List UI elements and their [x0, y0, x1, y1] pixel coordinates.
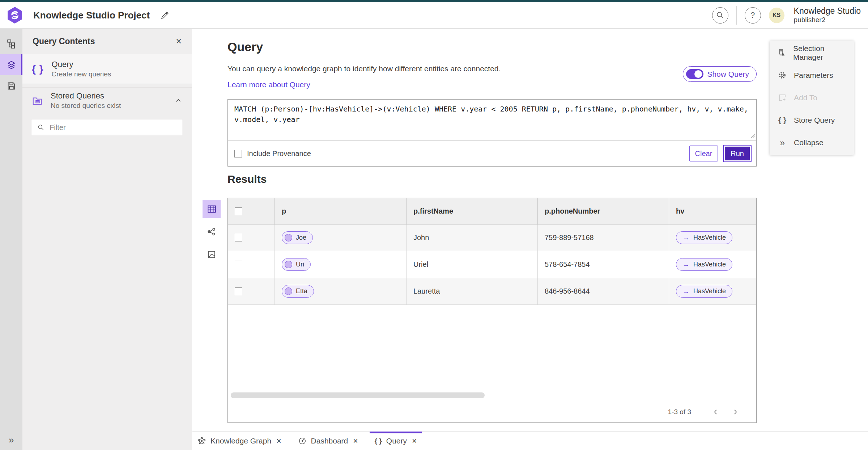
include-provenance-checkbox[interactable] — [234, 150, 242, 157]
username: publisher2 — [794, 16, 861, 24]
arrow-right-icon: → — [682, 234, 689, 242]
map-view-button[interactable] — [203, 245, 221, 264]
clear-button[interactable]: Clear — [689, 146, 718, 161]
tab-query[interactable]: { } Query × — [375, 432, 417, 450]
entity-chip[interactable]: Joe — [282, 231, 313, 244]
collapse-panel-button[interactable]: » Collapse — [770, 131, 854, 154]
show-query-label: Show Query — [707, 70, 749, 79]
learn-more-link[interactable]: Learn more about Query — [227, 80, 310, 89]
close-panel-button[interactable]: × — [176, 37, 182, 46]
panel-item-query-description: Create new queries — [52, 70, 111, 78]
rail-item-save[interactable] — [0, 75, 22, 96]
row-checkbox[interactable] — [235, 261, 242, 268]
relationship-chip[interactable]: → HasVehicle — [676, 285, 732, 298]
stored-queries-folder-icon — [32, 95, 43, 106]
cell-firstname: Lauretta — [407, 278, 538, 304]
row-checkbox[interactable] — [235, 234, 242, 241]
bottom-tab-bar: Knowledge Graph × Dashboard × { } Query … — [192, 432, 868, 450]
add-to-button: Add To — [770, 87, 854, 109]
store-query-button[interactable]: { } Store Query — [770, 109, 854, 131]
panel-item-stored-queries[interactable]: Stored Queries No stored queries exist — [22, 87, 192, 113]
parameters-button[interactable]: Parameters — [770, 64, 854, 87]
selection-manager-button[interactable]: Selection Manager — [770, 42, 854, 64]
help-button[interactable]: ? — [745, 7, 761, 24]
run-button[interactable]: Run — [723, 145, 752, 162]
query-editor-container: MATCH (p:Person)-[hv:HasVehicle]->(v:Veh… — [227, 99, 757, 167]
entity-node-icon — [285, 261, 292, 268]
braces-icon: { } — [32, 63, 44, 75]
double-chevron-icon: » — [9, 434, 14, 445]
user-info[interactable]: Knowledge Studio publisher2 — [794, 6, 861, 24]
toggle-switch-on[interactable] — [686, 69, 703, 79]
row-checkbox[interactable] — [235, 287, 242, 295]
column-header-phonenumber[interactable]: p.phoneNumber — [538, 198, 669, 224]
project-title: Knowledge Studio Project — [33, 10, 150, 21]
app-header: Knowledge Studio Project ? KS Knowledge … — [0, 2, 868, 29]
entity-chip[interactable]: Uri — [282, 258, 311, 271]
close-icon: × — [176, 36, 182, 47]
chevron-left-icon — [712, 408, 719, 416]
include-provenance-label: Include Provenance — [247, 150, 311, 158]
cell-phonenumber: 846-956-8644 — [538, 278, 669, 304]
table-row: Joe John 759-889-57168 → HasVehicle — [228, 224, 756, 251]
table-row: Etta Lauretta 846-956-8644 → HasVehicle — [228, 278, 756, 305]
page-title: Query — [227, 40, 263, 54]
rail-item-data-model[interactable] — [0, 33, 22, 54]
panel-title: Query Contents — [33, 37, 95, 46]
chevron-up-icon — [174, 97, 182, 105]
select-all-checkbox[interactable] — [235, 207, 242, 215]
query-actions-panel: Selection Manager Parameters Add To { } … — [770, 41, 854, 155]
selection-manager-icon — [778, 49, 786, 57]
cell-firstname: John — [407, 224, 538, 251]
data-model-icon — [7, 39, 16, 49]
layers-icon — [7, 60, 16, 70]
link-chart-view-button[interactable] — [203, 223, 221, 241]
gear-icon — [778, 71, 787, 80]
edit-title-button[interactable] — [160, 10, 170, 20]
entity-chip[interactable]: Etta — [282, 285, 314, 298]
filter-input[interactable] — [49, 123, 177, 132]
user-avatar[interactable]: KS — [769, 8, 784, 23]
close-tab-button[interactable]: × — [276, 437, 281, 445]
horizontal-scrollbar-thumb[interactable] — [231, 392, 485, 398]
results-view-switcher — [203, 200, 221, 264]
search-button[interactable] — [712, 7, 728, 24]
close-tab-button[interactable]: × — [353, 437, 358, 445]
column-header-hv[interactable]: hv — [669, 198, 756, 224]
tab-label: Knowledge Graph — [210, 437, 271, 445]
query-actions-row: Include Provenance Clear Run — [228, 141, 756, 166]
query-text-input[interactable]: MATCH (p:Person)-[hv:HasVehicle]->(v:Veh… — [228, 100, 756, 140]
dashboard-gauge-icon — [298, 437, 307, 445]
results-table: p p.firstName p.phoneNumber hv Joe John … — [227, 198, 757, 423]
tab-knowledge-graph[interactable]: Knowledge Graph × — [197, 432, 281, 450]
header-divider — [736, 6, 737, 25]
left-rail: » — [0, 29, 22, 450]
table-view-button[interactable] — [203, 200, 221, 218]
tab-dashboard[interactable]: Dashboard × — [298, 432, 358, 450]
next-page-button[interactable] — [728, 405, 743, 419]
tab-label: Query — [386, 437, 407, 445]
panel-item-query[interactable]: { } Query Create new queries — [22, 54, 192, 84]
table-header-row: p p.firstName p.phoneNumber hv — [228, 198, 756, 224]
column-header-p[interactable]: p — [275, 198, 407, 224]
cell-firstname: Uriel — [407, 251, 538, 278]
action-label: Parameters — [794, 71, 833, 80]
table-pagination: 1-3 of 3 — [228, 401, 756, 422]
add-to-icon — [778, 93, 787, 102]
show-query-toggle[interactable]: Show Query — [683, 66, 757, 82]
relationship-chip[interactable]: → HasVehicle — [676, 258, 732, 271]
expand-rail-button[interactable]: » — [0, 434, 22, 446]
collapse-section-button[interactable] — [174, 97, 182, 105]
page-description: You can query a knowledge graph to ident… — [227, 64, 501, 73]
relationship-chip[interactable]: → HasVehicle — [676, 231, 732, 244]
panel-item-query-label: Query — [52, 60, 111, 69]
resize-handle[interactable] — [750, 133, 755, 139]
braces-icon: { } — [778, 116, 787, 125]
link-chart-view-icon — [207, 227, 216, 236]
column-header-firstname[interactable]: p.firstName — [407, 198, 538, 224]
close-tab-button[interactable]: × — [412, 437, 417, 445]
previous-page-button[interactable] — [709, 405, 723, 419]
rail-item-layers[interactable] — [0, 54, 22, 75]
panel-item-stored-description: No stored queries exist — [51, 102, 121, 110]
app-logo-icon — [6, 6, 24, 24]
